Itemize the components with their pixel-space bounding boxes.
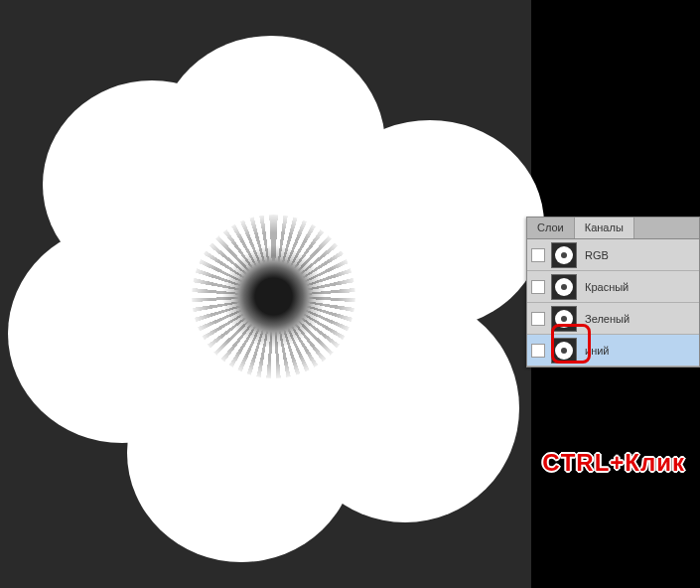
visibility-toggle[interactable]: [531, 280, 545, 294]
canvas-viewport[interactable]: [0, 0, 531, 588]
channel-thumbnail[interactable]: [551, 306, 577, 332]
channel-label: иний: [585, 345, 695, 357]
channel-label: RGB: [585, 249, 695, 261]
visibility-toggle[interactable]: [531, 248, 545, 262]
channels-panel: Слои Каналы RGB Красный Зеленый иний: [526, 217, 700, 368]
tab-layers[interactable]: Слои: [527, 218, 575, 238]
channel-thumbnail[interactable]: [551, 242, 577, 268]
channel-row-green[interactable]: Зеленый: [527, 303, 699, 335]
channel-row-rgb[interactable]: RGB: [527, 239, 699, 271]
channel-preview-image: [18, 26, 514, 562]
channel-label: Красный: [585, 281, 695, 293]
visibility-toggle[interactable]: [531, 312, 545, 326]
channel-label: Зеленый: [585, 313, 695, 325]
panel-tabs: Слои Каналы: [527, 218, 699, 239]
tab-channels[interactable]: Каналы: [575, 218, 634, 238]
visibility-toggle[interactable]: [531, 344, 545, 358]
channel-row-red[interactable]: Красный: [527, 271, 699, 303]
channel-row-blue[interactable]: иний: [527, 335, 699, 367]
annotation-text: CTRL+Клик: [542, 449, 685, 477]
channel-list: RGB Красный Зеленый иний: [527, 239, 699, 367]
channel-thumbnail[interactable]: [551, 274, 577, 300]
channel-thumbnail[interactable]: [551, 338, 577, 364]
